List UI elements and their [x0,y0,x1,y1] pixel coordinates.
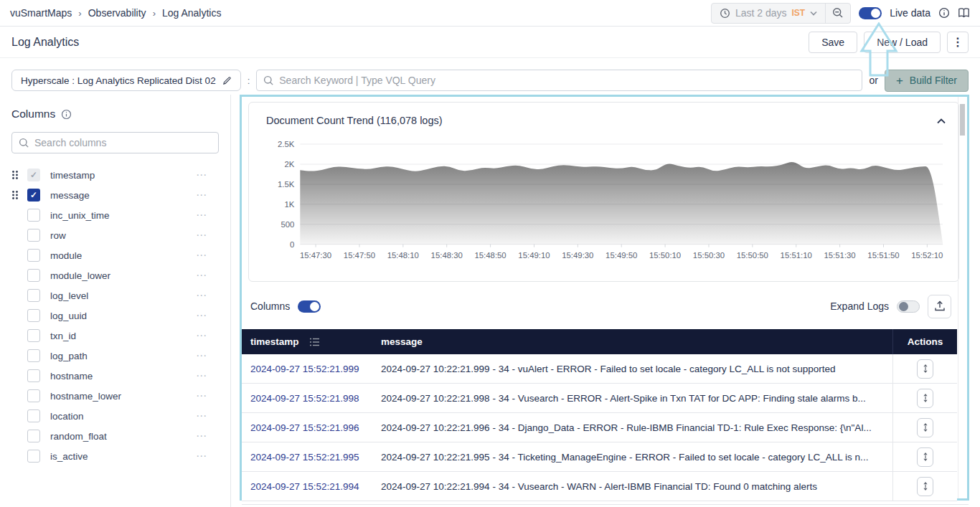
expand-log-row-button[interactable] [917,418,933,437]
column-label: log_level [50,290,88,301]
log-table-row: 2024-09-27 15:52:21.995 2024-09-27 10:22… [242,442,957,472]
column-more-options-icon[interactable]: ⋯ [196,329,207,342]
search-icon [19,138,29,148]
column-label: txn_id [50,331,76,341]
column-more-options-icon[interactable]: ⋯ [196,450,207,463]
panel-scrollbar-thumb[interactable] [960,104,965,136]
expand-log-row-button[interactable] [917,477,933,496]
column-list-item[interactable]: txn_id ⋯ [11,326,219,346]
column-checkbox[interactable] [27,229,40,242]
column-checkbox[interactable] [27,269,40,282]
column-checkbox[interactable] [27,309,40,322]
svg-text:2.5K: 2.5K [278,140,295,148]
chart-title: Document Count Trend (116,078 logs) [266,115,443,126]
column-list-item[interactable]: location ⋯ [11,406,219,426]
column-more-options-icon[interactable]: ⋯ [196,369,207,382]
build-filter-button[interactable]: + Build Filter [885,70,969,92]
column-checkbox[interactable] [27,430,40,442]
column-more-options-icon[interactable]: ⋯ [196,269,207,282]
column-checkbox[interactable] [27,349,40,362]
vql-search-input[interactable] [279,75,855,86]
column-list-item[interactable]: row ⋯ [11,225,219,245]
breadcrumb-vusmartmaps[interactable]: vuSmartMaps [10,7,72,19]
column-list-item[interactable]: is_active ⋯ [11,446,219,466]
expand-log-row-button[interactable] [917,389,933,408]
column-list-item[interactable]: hostname ⋯ [11,366,219,386]
column-checkbox[interactable] [27,369,40,382]
column-more-options-icon[interactable]: ⋯ [196,309,207,322]
column-more-options-icon[interactable]: ⋯ [196,189,207,202]
column-checkbox[interactable] [27,249,40,262]
breadcrumb-log-analytics[interactable]: Log Analytics [162,7,222,19]
breadcrumb-observability[interactable]: Observability [88,7,146,19]
column-label: module [50,250,82,261]
column-sort-list-icon[interactable] [309,338,320,346]
column-more-options-icon[interactable]: ⋯ [196,430,207,442]
collapse-chart-button[interactable] [937,114,946,127]
svg-text:0: 0 [290,240,294,249]
column-more-options-icon[interactable]: ⋯ [196,209,207,222]
column-checkbox[interactable] [27,189,40,202]
column-list-item[interactable]: module_lower ⋯ [11,265,219,285]
zoom-out-button[interactable] [825,4,850,23]
docs-book-icon[interactable] [958,7,970,19]
new-load-button[interactable]: New / Load [864,32,941,53]
columns-info-icon[interactable] [61,109,72,120]
drag-handle-icon[interactable] [11,170,27,180]
expand-log-row-button[interactable] [917,359,933,379]
columns-sidebar: Columns timestamp ⋯ message ⋯ inc_unix_t… [0,95,231,507]
log-message-cell: 2024-09-27 10:22:21.999 - 34 - vuAlert -… [371,364,892,374]
log-timestamp-cell[interactable]: 2024-09-27 15:52:21.999 [242,364,371,374]
live-data-toggle[interactable] [859,7,882,19]
column-more-options-icon[interactable]: ⋯ [196,409,207,422]
more-menu-button[interactable]: ⋮ [947,32,969,53]
log-timestamp-cell[interactable]: 2024-09-27 15:52:21.996 [242,422,371,433]
column-checkbox[interactable] [27,409,40,422]
column-list-item[interactable]: hostname_lower ⋯ [11,386,219,406]
column-more-options-icon[interactable]: ⋯ [196,229,207,242]
column-list-item[interactable]: random_float ⋯ [11,426,219,446]
columns-toggle[interactable] [298,300,321,313]
column-label: inc_unix_time [50,210,110,221]
datasource-selector[interactable]: Hyperscale : Log Analytics Replicated Di… [11,70,241,91]
column-list-item[interactable]: message ⋯ [11,185,219,205]
chevron-down-icon [810,11,817,16]
drag-handle-icon[interactable] [11,190,27,200]
expand-logs-toggle[interactable] [897,300,920,313]
plus-icon: + [896,75,903,87]
column-more-options-icon[interactable]: ⋯ [196,389,207,402]
svg-text:15:51:10: 15:51:10 [781,251,812,260]
column-list-item[interactable]: log_level ⋯ [11,285,219,305]
time-range-picker[interactable]: Last 2 days IST [712,4,825,23]
column-more-options-icon[interactable]: ⋯ [196,349,207,362]
column-list-item[interactable]: log_path ⋯ [11,346,219,366]
column-list-item[interactable]: log_uuid ⋯ [11,305,219,326]
column-list-item[interactable]: module ⋯ [11,245,219,265]
column-more-options-icon[interactable]: ⋯ [196,169,207,181]
column-more-options-icon[interactable]: ⋯ [196,289,207,302]
svg-text:1.5K: 1.5K [278,180,295,189]
log-table-rows: 2024-09-27 15:52:21.999 2024-09-27 10:22… [242,354,957,501]
save-button[interactable]: Save [809,32,857,53]
column-checkbox[interactable] [27,389,40,402]
columns-search-input[interactable] [34,137,212,148]
log-table: timestamp message Actions 2024-09-27 15:… [242,329,957,507]
column-checkbox[interactable] [27,169,40,181]
page-title: Log Analytics [11,36,79,49]
log-timestamp-cell[interactable]: 2024-09-27 15:52:21.994 [242,481,371,492]
column-list-item[interactable]: inc_unix_time ⋯ [11,205,219,225]
export-button[interactable] [928,295,951,318]
column-checkbox[interactable] [27,450,40,463]
column-checkbox[interactable] [27,209,40,222]
log-timestamp-cell[interactable]: 2024-09-27 15:52:21.995 [242,452,371,463]
columns-search-box [11,132,219,153]
log-table-row: 2024-09-27 15:52:21.999 2024-09-27 10:22… [242,354,957,384]
log-timestamp-cell[interactable]: 2024-09-27 15:52:21.998 [242,393,371,404]
column-more-options-icon[interactable]: ⋯ [196,249,207,262]
vql-search-box [256,70,862,91]
expand-log-row-button[interactable] [917,447,933,467]
info-icon[interactable] [938,7,950,19]
column-checkbox[interactable] [27,289,40,302]
column-list-item[interactable]: timestamp ⋯ [11,165,219,185]
column-checkbox[interactable] [27,329,40,342]
